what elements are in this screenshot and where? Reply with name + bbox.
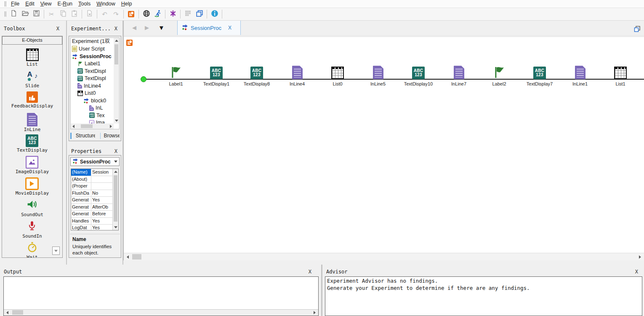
tab-scroll-right-button[interactable]: ▶ — [145, 24, 149, 31]
window-restore-icon[interactable] — [634, 26, 641, 32]
windows-button[interactable] — [194, 9, 205, 19]
menu-file[interactable]: File — [8, 0, 22, 7]
menu-edit[interactable]: Edit — [22, 0, 37, 7]
menu-e-run[interactable]: E-Run — [55, 0, 75, 7]
output-content[interactable] — [3, 276, 319, 316]
tree-item-textdisplay[interactable]: ABC123TextDispl — [71, 67, 119, 75]
property-row[interactable]: HandlesYes — [71, 218, 118, 225]
property-row[interactable]: FlushDaNo — [71, 190, 118, 197]
menu-view[interactable]: View — [37, 0, 55, 7]
tree-item-list0[interactable]: List0 — [71, 90, 119, 97]
label-flag-icon — [77, 61, 83, 67]
toolbox-item-soundin[interactable]: SoundIn — [22, 220, 42, 242]
properties-close-button[interactable]: X — [114, 148, 117, 154]
explorer-close-button[interactable]: X — [114, 26, 117, 32]
redo-button[interactable]: ↷ — [111, 9, 121, 19]
tab-close-button[interactable]: X — [228, 25, 232, 31]
toolbox-scroll-down-button[interactable] — [52, 246, 60, 255]
cut-button[interactable]: ✂ — [46, 9, 57, 19]
tree-item-textdisplay[interactable]: ABC123TextDispl — [71, 75, 119, 83]
property-row[interactable]: (About) — [71, 176, 118, 183]
open-file-button[interactable] — [20, 9, 30, 19]
about-button[interactable] — [209, 9, 220, 19]
timeline-object-inline5[interactable]: InLine5 — [358, 62, 398, 86]
timeline-object-textdisplay1[interactable]: ABC123TextDisplay1 — [196, 62, 237, 86]
property-row[interactable]: LogDatYes — [71, 225, 118, 230]
tree-horizontal-scrollbar[interactable] — [71, 123, 114, 129]
splitter[interactable] — [66, 21, 67, 265]
scrollbar-thumb[interactable] — [12, 310, 23, 315]
grid-vertical-scrollbar[interactable] — [112, 169, 118, 230]
timeline-object-inline1[interactable]: InLine1 — [560, 62, 600, 86]
property-row[interactable]: GeneratAfterOb — [71, 204, 118, 211]
toolbox-item-soundout[interactable]: SoundOut — [21, 199, 43, 220]
undo-button[interactable]: ↶ — [99, 9, 110, 19]
tree-item-experiment[interactable]: Experiment (1双 — [71, 38, 119, 46]
menu-tools[interactable]: Tools — [75, 0, 93, 7]
advisor-close-button[interactable]: X — [635, 269, 638, 275]
tree-item-user-script[interactable]: User Script — [71, 46, 119, 53]
explorer-title: Experiment... — [71, 26, 111, 32]
tree-vertical-scrollbar[interactable] — [114, 38, 119, 123]
tab-sessionproc[interactable]: SessionProc X — [177, 21, 241, 35]
web-button[interactable] — [141, 9, 152, 19]
delete-button[interactable] — [84, 9, 95, 19]
toolbox-item-moviedisplay[interactable]: MovieDisplay — [16, 177, 49, 199]
scrollbar-thumb[interactable] — [132, 254, 141, 260]
tab-browse[interactable]: Browse — [104, 133, 120, 139]
copy-button[interactable] — [58, 9, 68, 19]
e-objects-header[interactable]: E-Objects — [2, 36, 62, 45]
tree-item-inline[interactable]: InL — [71, 104, 119, 112]
tree-item-textdisplay[interactable]: ABC123Tex — [71, 112, 119, 119]
toolbox-item-feedbackdisplay[interactable]: FeedbackDisplay — [11, 91, 53, 113]
debug-button[interactable] — [168, 9, 178, 19]
inline-icon — [27, 113, 37, 126]
scrollbar-thumb[interactable] — [81, 124, 93, 128]
tree-item-block0[interactable]: block0 — [71, 97, 119, 104]
tree-item-label1[interactable]: Label1 — [71, 60, 119, 68]
tab-structure[interactable]: Structure — [76, 133, 95, 139]
advisor-content[interactable]: Experiment Advisor has no findings. Gene… — [325, 276, 642, 316]
toolbox-item-inline[interactable]: InLine — [24, 113, 41, 134]
explorer-tabs: Structure Browse — [70, 131, 120, 140]
toolbox-item-slide[interactable]: A♪ Slide — [25, 70, 39, 91]
toolbox-close-button[interactable]: X — [56, 26, 59, 32]
tree-item-inline4[interactable]: InLine4 — [71, 82, 119, 90]
object-selector-dropdown[interactable]: SessionProc — [70, 157, 120, 166]
timeline-object-inline4[interactable]: InLine4 — [277, 62, 317, 86]
paste-button[interactable] — [69, 9, 80, 19]
toolbox-item-list[interactable]: List — [26, 48, 39, 70]
timeline-object-list0[interactable]: List0 — [317, 62, 358, 86]
toolbox-item-textdisplay[interactable]: ABC123 TextDisplay — [17, 134, 48, 156]
canvas-horizontal-scrollbar[interactable] — [124, 253, 644, 260]
menu-window[interactable]: Window — [93, 0, 118, 7]
tree-item-sessionproc[interactable]: SessionProc — [71, 53, 119, 60]
save-button[interactable] — [31, 9, 42, 19]
procedure-canvas[interactable]: Label1 ABC123TextDisplay1 ABC123TextDisp… — [124, 37, 644, 260]
property-row[interactable]: (Name)Session — [71, 169, 118, 176]
property-row[interactable]: GeneratBefore — [71, 211, 118, 218]
timeline-object-textdisplay8[interactable]: ABC123TextDisplay8 — [237, 62, 277, 86]
scrollbar-thumb[interactable] — [114, 44, 118, 64]
menu-help[interactable]: Help — [118, 0, 135, 7]
tab-list-dropdown-button[interactable]: ▼ — [158, 24, 165, 31]
timeline-object-label1[interactable]: Label1 — [156, 62, 196, 86]
output-close-button[interactable]: X — [309, 269, 311, 275]
timeline-object-inline7[interactable]: InLine7 — [439, 62, 479, 86]
timeline-start-dot[interactable] — [141, 76, 146, 82]
timeline-object-list1[interactable]: List1 — [600, 62, 641, 86]
timeline-object-textdisplay10[interactable]: ABC123TextDisplay10 — [398, 62, 439, 86]
output-horizontal-scrollbar[interactable] — [4, 309, 318, 316]
property-row[interactable]: (Proper — [71, 183, 118, 190]
timeline-object-textdisplay7[interactable]: ABC123TextDisplay7 — [519, 62, 560, 86]
scrollbar-thumb[interactable] — [114, 175, 117, 222]
toolbox-item-imagedisplay[interactable]: ImageDisplay — [16, 156, 49, 177]
timeline-object-label2[interactable]: Label2 — [479, 62, 519, 86]
generate-button[interactable] — [126, 9, 136, 19]
new-file-button[interactable] — [8, 9, 19, 19]
property-row[interactable]: GeneratYes — [71, 197, 118, 204]
toolbox-item-wait[interactable]: Wait — [27, 242, 38, 257]
package-button[interactable] — [183, 9, 193, 19]
tab-scroll-left-button[interactable]: ◀ — [132, 24, 136, 31]
run-button[interactable] — [152, 9, 163, 19]
